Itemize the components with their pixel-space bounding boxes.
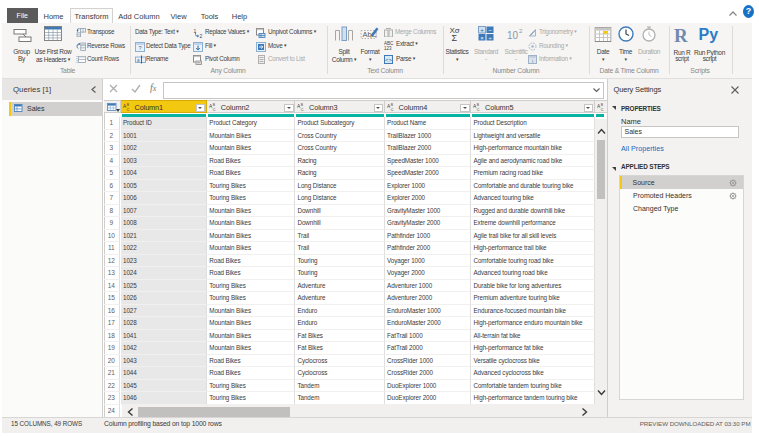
svg-text:2: 2 [519,28,523,34]
svg-text:B: B [477,103,480,107]
svg-text:B: B [600,103,603,107]
svg-text:C: C [600,108,603,112]
svg-text:B: B [390,103,393,107]
svg-text:B: B [301,103,304,107]
svg-text:C: C [213,108,216,112]
svg-text:10: 10 [507,30,519,40]
svg-text:Py: Py [698,26,718,43]
svg-text:+: + [480,27,484,33]
svg-text:−: − [488,27,492,33]
svg-text:?: ? [138,45,141,51]
svg-text:2: 2 [200,33,203,39]
svg-text:C: C [477,108,480,112]
svg-text:123: 123 [384,46,392,50]
svg-text:C: C [390,108,393,112]
svg-text:Σ: Σ [452,33,458,41]
svg-text:R: R [674,26,688,44]
svg-text:B: B [126,103,129,107]
svg-text:i: i [532,58,533,64]
svg-text:×: × [480,35,484,41]
svg-text:C: C [126,108,129,112]
svg-text:C: C [301,108,304,112]
svg-text:<>: <> [385,57,393,63]
svg-text:1: 1 [194,28,197,34]
svg-text:B: B [213,103,216,107]
svg-text:ABC: ABC [384,41,394,46]
